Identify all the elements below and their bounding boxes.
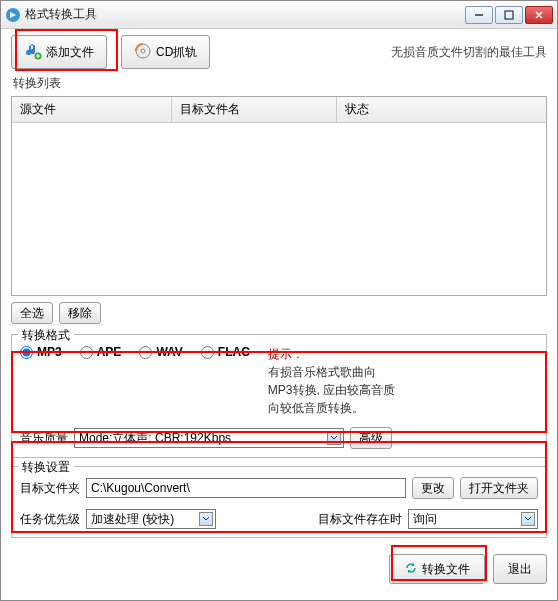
format-fieldset: 转换格式 MP3 APE WAV FLAC 提示： 有损音乐格式歌曲向MP3转换… xyxy=(11,334,547,458)
radio-flac[interactable]: FLAC xyxy=(201,345,250,359)
exists-select[interactable]: 询问 xyxy=(408,509,538,529)
minimize-button[interactable] xyxy=(465,6,493,24)
quality-select[interactable]: Mode:立体声; CBR:192Kbps xyxy=(74,428,344,448)
open-dir-button[interactable]: 打开文件夹 xyxy=(460,477,538,499)
dir-input[interactable] xyxy=(86,478,406,498)
change-dir-button[interactable]: 更改 xyxy=(412,477,454,499)
col-source[interactable]: 源文件 xyxy=(12,97,172,122)
select-all-button[interactable]: 全选 xyxy=(11,302,53,324)
format-legend: 转换格式 xyxy=(18,327,74,344)
priority-label: 任务优先级 xyxy=(20,511,80,528)
maximize-button[interactable] xyxy=(495,6,523,24)
col-target[interactable]: 目标文件名 xyxy=(172,97,337,122)
remove-button[interactable]: 移除 xyxy=(59,302,101,324)
cd-rip-label: CD抓轨 xyxy=(156,44,197,61)
svg-point-7 xyxy=(141,49,145,53)
chevron-down-icon xyxy=(327,431,341,445)
exists-label: 目标文件存在时 xyxy=(318,511,402,528)
list-section-label: 转换列表 xyxy=(13,75,547,92)
add-file-button[interactable]: 添加文件 xyxy=(11,35,107,69)
col-status[interactable]: 状态 xyxy=(337,97,546,122)
promo-text: 无损音质文件切割的最佳工具 xyxy=(391,44,547,61)
add-file-label: 添加文件 xyxy=(46,44,94,61)
advanced-button[interactable]: 高级 xyxy=(350,427,392,449)
settings-fieldset: 转换设置 目标文件夹 更改 打开文件夹 任务优先级 加速处理 (较快) 目标文件… xyxy=(11,466,547,538)
close-button[interactable] xyxy=(525,6,553,24)
chevron-down-icon xyxy=(199,512,213,526)
chevron-down-icon xyxy=(521,512,535,526)
window-title: 格式转换工具 xyxy=(25,6,97,23)
app-icon xyxy=(5,7,21,23)
quality-label: 音乐质量 xyxy=(20,430,68,447)
settings-legend: 转换设置 xyxy=(18,459,74,476)
svg-rect-2 xyxy=(505,11,513,19)
list-header: 源文件 目标文件名 状态 xyxy=(12,97,546,123)
convert-button[interactable]: 转换文件 xyxy=(389,554,485,584)
cd-rip-button[interactable]: CD抓轨 xyxy=(121,35,210,69)
conversion-list: 源文件 目标文件名 状态 xyxy=(11,96,547,296)
titlebar: 格式转换工具 xyxy=(1,1,557,29)
cd-icon xyxy=(134,42,152,63)
refresh-icon xyxy=(404,561,418,578)
music-add-icon xyxy=(24,42,42,63)
radio-wav[interactable]: WAV xyxy=(139,345,182,359)
convert-label: 转换文件 xyxy=(422,561,470,578)
dir-label: 目标文件夹 xyxy=(20,480,80,497)
radio-mp3[interactable]: MP3 xyxy=(20,345,62,359)
format-tip: 提示： 有损音乐格式歌曲向MP3转换, 应由较高音质向较低音质转换。 xyxy=(268,345,398,417)
priority-select[interactable]: 加速处理 (较快) xyxy=(86,509,216,529)
radio-ape[interactable]: APE xyxy=(80,345,122,359)
exit-button[interactable]: 退出 xyxy=(493,554,547,584)
